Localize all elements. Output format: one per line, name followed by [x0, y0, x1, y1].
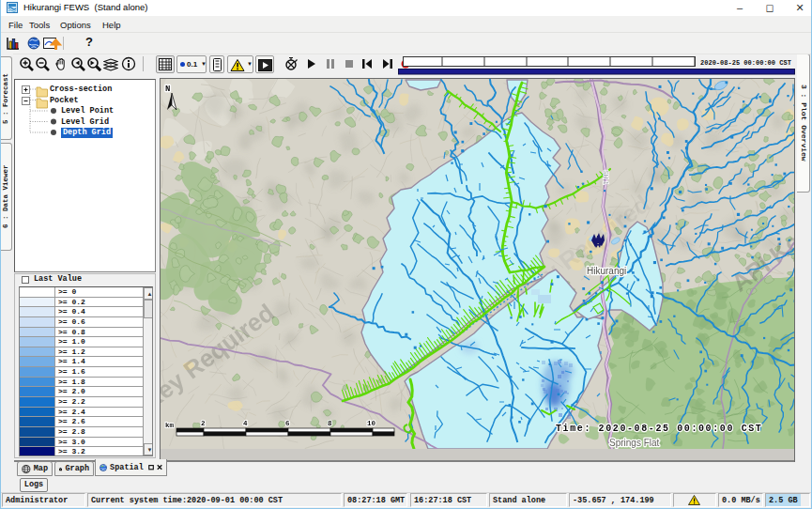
svg-text:2: 2: [201, 420, 206, 427]
svg-text:Springs Flat: Springs Flat: [609, 438, 660, 448]
svg-text:10: 10: [367, 420, 376, 427]
svg-text:4: 4: [243, 420, 248, 427]
svg-text:Hikurangi: Hikurangi: [587, 266, 626, 276]
svg-text:SH 1: SH 1: [603, 170, 609, 185]
svg-text:N: N: [165, 85, 170, 94]
svg-text:8: 8: [328, 420, 332, 427]
svg-text:km: km: [165, 422, 175, 429]
svg-text:6: 6: [285, 420, 290, 427]
svg-text:Time: 2020-08-25 00:00:00 CST: Time: 2020-08-25 00:00:00 CST: [556, 424, 762, 434]
